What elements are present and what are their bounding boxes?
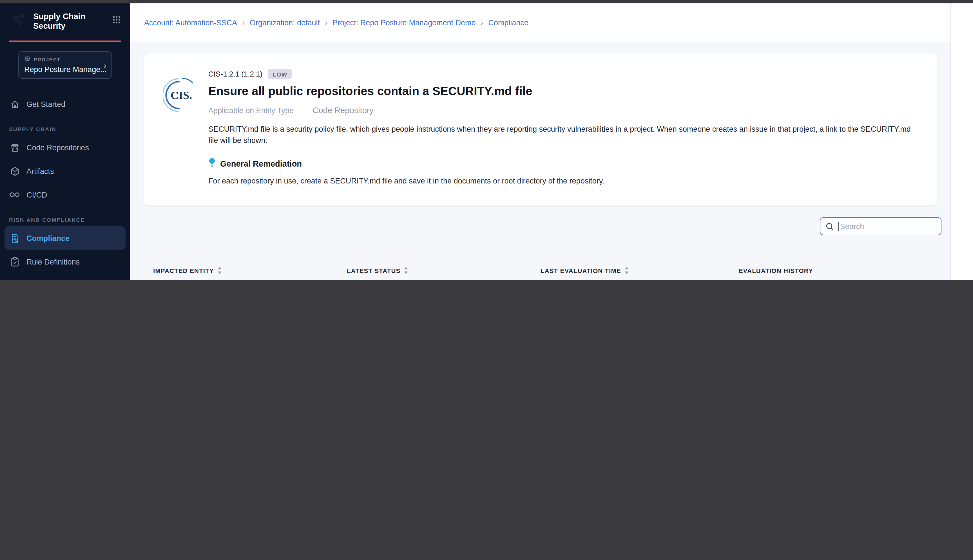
supply-chain-security-logo-icon [9, 11, 28, 34]
sidebar-item-get-started[interactable]: Get Started [0, 92, 130, 116]
home-icon [9, 98, 20, 110]
project-label: PROJECT [34, 57, 61, 62]
browser-top-strip [0, 0, 973, 3]
artifacts-box-icon [9, 165, 20, 177]
right-rail [950, 3, 973, 280]
rule-title: Ensure all public repositories contain a… [209, 84, 918, 98]
sort-icon[interactable] [404, 267, 408, 274]
project-cube-icon [24, 56, 30, 63]
chevron-right-icon: › [103, 60, 107, 70]
main-content: Account: Automation-SSCA › Organization:… [130, 3, 950, 280]
cis-logo: CIS. [163, 69, 199, 190]
breadcrumb-project[interactable]: Project: Repo Posture Management Demo [332, 18, 476, 27]
breadcrumb-organization[interactable]: Organization: default [250, 18, 320, 27]
rule-description: SECURITY.md file is a security policy fi… [209, 124, 918, 146]
svg-text:CIS.: CIS. [170, 89, 192, 102]
applicable-label: Applicable on Entity Type [209, 106, 294, 115]
column-header-label: IMPACTED ENTITY [153, 267, 214, 274]
text-cursor [838, 222, 839, 230]
clipboard-check-icon [9, 256, 20, 267]
sort-icon[interactable] [624, 267, 629, 274]
breadcrumb-separator: › [325, 18, 327, 27]
brand-accent-line [9, 40, 121, 42]
remediation-box-icon [9, 280, 20, 280]
app-window: Supply Chain Security [0, 0, 973, 280]
remediation-text: For each repository in use, create a SEC… [209, 177, 918, 185]
rule-id: CIS-1.2.1 (1.2.1) [209, 70, 262, 78]
breadcrumb-compliance[interactable]: Compliance [488, 18, 529, 27]
sidebar-header: Supply Chain Security [0, 3, 130, 79]
module-grid-icon[interactable] [112, 11, 121, 27]
column-header-evaluation-history: EVALUATION HISTORY [734, 267, 937, 274]
column-header-last-evaluation-time[interactable]: LAST EVALUATION TIME [541, 267, 734, 274]
rule-detail-card: CIS. CIS-1.2.1 (1.2.1) LOW Ensure all pu… [144, 53, 937, 205]
breadcrumb: Account: Automation-SSCA › Organization:… [130, 3, 950, 42]
sidebar-item-rule-definitions[interactable]: Rule Definitions [0, 250, 130, 273]
breadcrumb-separator: › [481, 18, 483, 27]
sidebar: Supply Chain Security [0, 3, 130, 280]
column-header-label: LATEST STATUS [347, 267, 401, 274]
search-box[interactable] [820, 217, 941, 235]
breadcrumb-account[interactable]: Account: Automation-SSCA [144, 18, 237, 27]
sidebar-item-remediation-tracker[interactable]: Remediation Tracker [0, 273, 130, 280]
app-title: Supply Chain Security [33, 11, 85, 32]
code-repository-icon [9, 142, 20, 153]
column-header-impacted-entity[interactable]: IMPACTED ENTITY [144, 267, 347, 274]
impacted-entities-table: IMPACTED ENTITYLATEST STATUSLAST EVALUAT… [144, 267, 937, 280]
infinity-icon [9, 189, 20, 200]
sidebar-item-compliance[interactable]: Compliance [5, 226, 125, 250]
code-repository-diamond-icon [298, 104, 308, 117]
column-header-label: LAST EVALUATION TIME [541, 267, 621, 274]
table-header-row: IMPACTED ENTITYLATEST STATUSLAST EVALUAT… [144, 267, 937, 274]
project-name: Repo Posture Manage... [24, 65, 106, 74]
entity-type-label: Code Repository [313, 106, 374, 115]
remediation-title: General Remediation [220, 159, 302, 168]
section-risk-and-compliance: RISK AND COMPLIANCE [0, 217, 130, 223]
severity-badge: LOW [268, 69, 292, 79]
sort-icon[interactable] [217, 267, 222, 274]
section-supply-chain: SUPPLY CHAIN [0, 126, 130, 132]
project-selector[interactable]: PROJECT Repo Posture Manage... › [18, 51, 112, 79]
sidebar-item-cicd[interactable]: CI/CD [0, 183, 130, 207]
breadcrumb-separator: › [242, 18, 245, 27]
sidebar-item-artifacts[interactable]: Artifacts [0, 159, 130, 183]
column-header-latest-status[interactable]: LATEST STATUS [347, 267, 541, 274]
search-icon [826, 222, 834, 230]
column-header-label: EVALUATION HISTORY [739, 267, 813, 274]
compliance-document-icon [9, 232, 20, 244]
sidebar-nav: Get Started SUPPLY CHAIN Code Repositori… [0, 92, 130, 280]
lightbulb-icon [209, 158, 216, 170]
search-input[interactable] [839, 222, 936, 231]
sidebar-item-code-repositories[interactable]: Code Repositories [0, 136, 130, 159]
